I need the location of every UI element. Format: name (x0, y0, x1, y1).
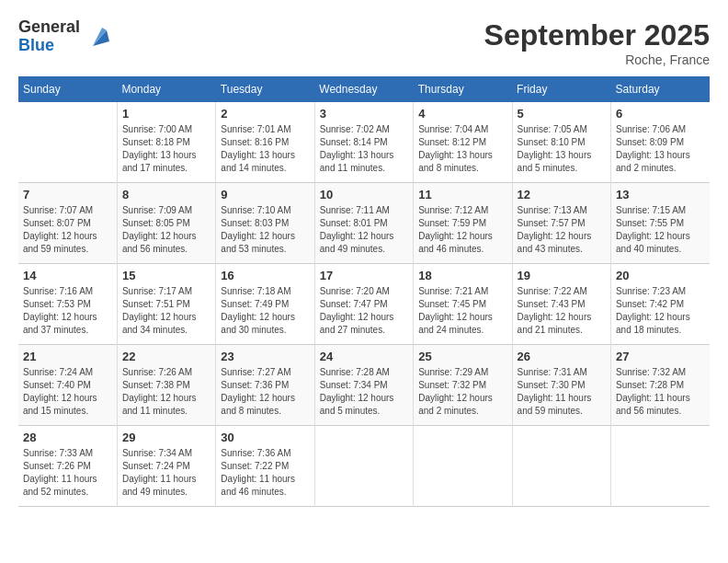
calendar-cell: 17Sunrise: 7:20 AM Sunset: 7:47 PM Dayli… (314, 264, 413, 345)
calendar-cell: 21Sunrise: 7:24 AM Sunset: 7:40 PM Dayli… (18, 345, 117, 426)
calendar-cell: 3Sunrise: 7:02 AM Sunset: 8:14 PM Daylig… (314, 102, 413, 183)
day-number: 9 (221, 188, 309, 201)
day-info: Sunrise: 7:13 AM Sunset: 7:57 PM Dayligh… (518, 204, 606, 256)
calendar-cell: 20Sunrise: 7:23 AM Sunset: 7:42 PM Dayli… (611, 264, 710, 345)
calendar-week-row: 1Sunrise: 7:00 AM Sunset: 8:18 PM Daylig… (18, 102, 710, 183)
calendar-cell: 26Sunrise: 7:31 AM Sunset: 7:30 PM Dayli… (512, 345, 610, 426)
day-info: Sunrise: 7:06 AM Sunset: 8:09 PM Dayligh… (616, 123, 705, 175)
calendar-cell: 14Sunrise: 7:16 AM Sunset: 7:53 PM Dayli… (18, 264, 117, 345)
day-info: Sunrise: 7:01 AM Sunset: 8:16 PM Dayligh… (221, 123, 309, 175)
calendar-week-row: 28Sunrise: 7:33 AM Sunset: 7:26 PM Dayli… (18, 426, 710, 507)
page-header: General Blue September 2025 Roche, Franc… (18, 18, 710, 67)
calendar-cell: 8Sunrise: 7:09 AM Sunset: 8:05 PM Daylig… (117, 183, 215, 264)
day-info: Sunrise: 7:04 AM Sunset: 8:12 PM Dayligh… (418, 123, 506, 175)
location: Roche, France (484, 52, 710, 67)
logo-blue: Blue (18, 37, 80, 55)
calendar-cell: 2Sunrise: 7:01 AM Sunset: 8:16 PM Daylig… (216, 102, 314, 183)
col-header-thursday: Thursday (414, 76, 512, 102)
col-header-friday: Friday (512, 76, 610, 102)
calendar-week-row: 14Sunrise: 7:16 AM Sunset: 7:53 PM Dayli… (18, 264, 710, 345)
day-number: 22 (122, 350, 210, 363)
day-number: 18 (418, 269, 506, 282)
day-info: Sunrise: 7:22 AM Sunset: 7:43 PM Dayligh… (518, 285, 606, 337)
day-number: 7 (23, 188, 112, 201)
calendar-cell: 10Sunrise: 7:11 AM Sunset: 8:01 PM Dayli… (314, 183, 413, 264)
col-header-wednesday: Wednesday (314, 76, 413, 102)
calendar-header-row: SundayMondayTuesdayWednesdayThursdayFrid… (18, 76, 710, 102)
col-header-sunday: Sunday (18, 76, 117, 102)
day-info: Sunrise: 7:27 AM Sunset: 7:36 PM Dayligh… (221, 366, 309, 418)
calendar-cell: 25Sunrise: 7:29 AM Sunset: 7:32 PM Dayli… (414, 345, 512, 426)
day-number: 25 (418, 350, 506, 363)
col-header-tuesday: Tuesday (216, 76, 314, 102)
day-number: 8 (122, 188, 210, 201)
day-info: Sunrise: 7:07 AM Sunset: 8:07 PM Dayligh… (23, 204, 112, 256)
col-header-saturday: Saturday (611, 76, 710, 102)
day-info: Sunrise: 7:15 AM Sunset: 7:55 PM Dayligh… (616, 204, 705, 256)
calendar-cell (18, 102, 117, 183)
day-number: 12 (518, 188, 606, 201)
day-info: Sunrise: 7:11 AM Sunset: 8:01 PM Dayligh… (320, 204, 408, 256)
day-number: 26 (518, 350, 606, 363)
day-info: Sunrise: 7:24 AM Sunset: 7:40 PM Dayligh… (23, 366, 112, 418)
day-number: 19 (518, 269, 606, 282)
calendar-cell: 11Sunrise: 7:12 AM Sunset: 7:59 PM Dayli… (414, 183, 512, 264)
day-number: 11 (418, 188, 506, 201)
day-info: Sunrise: 7:20 AM Sunset: 7:47 PM Dayligh… (320, 285, 408, 337)
day-info: Sunrise: 7:33 AM Sunset: 7:26 PM Dayligh… (23, 447, 112, 499)
day-info: Sunrise: 7:28 AM Sunset: 7:34 PM Dayligh… (320, 366, 408, 418)
calendar-cell (611, 426, 710, 507)
day-number: 5 (518, 107, 606, 121)
day-info: Sunrise: 7:17 AM Sunset: 7:51 PM Dayligh… (122, 285, 210, 337)
calendar-cell: 29Sunrise: 7:34 AM Sunset: 7:24 PM Dayli… (117, 426, 215, 507)
calendar-cell (414, 426, 512, 507)
day-number: 14 (23, 269, 112, 282)
calendar-cell: 9Sunrise: 7:10 AM Sunset: 8:03 PM Daylig… (216, 183, 314, 264)
day-number: 4 (418, 107, 506, 121)
day-info: Sunrise: 7:23 AM Sunset: 7:42 PM Dayligh… (616, 285, 705, 337)
calendar-cell: 6Sunrise: 7:06 AM Sunset: 8:09 PM Daylig… (611, 102, 710, 183)
logo-general: General (18, 18, 80, 37)
day-number: 13 (616, 188, 705, 201)
day-info: Sunrise: 7:18 AM Sunset: 7:49 PM Dayligh… (221, 285, 309, 337)
calendar-cell: 22Sunrise: 7:26 AM Sunset: 7:38 PM Dayli… (117, 345, 215, 426)
calendar-cell: 16Sunrise: 7:18 AM Sunset: 7:49 PM Dayli… (216, 264, 314, 345)
calendar-cell (512, 426, 610, 507)
calendar-cell: 13Sunrise: 7:15 AM Sunset: 7:55 PM Dayli… (611, 183, 710, 264)
day-number: 10 (320, 188, 408, 201)
calendar-cell: 23Sunrise: 7:27 AM Sunset: 7:36 PM Dayli… (216, 345, 314, 426)
calendar-week-row: 21Sunrise: 7:24 AM Sunset: 7:40 PM Dayli… (18, 345, 710, 426)
day-number: 30 (221, 431, 309, 444)
day-info: Sunrise: 7:26 AM Sunset: 7:38 PM Dayligh… (122, 366, 210, 418)
day-number: 16 (221, 269, 309, 282)
day-info: Sunrise: 7:16 AM Sunset: 7:53 PM Dayligh… (23, 285, 112, 337)
calendar-cell: 28Sunrise: 7:33 AM Sunset: 7:26 PM Dayli… (18, 426, 117, 507)
logo: General Blue (18, 18, 111, 55)
calendar-cell: 4Sunrise: 7:04 AM Sunset: 8:12 PM Daylig… (414, 102, 512, 183)
day-number: 6 (616, 107, 705, 121)
day-number: 17 (320, 269, 408, 282)
calendar-cell: 7Sunrise: 7:07 AM Sunset: 8:07 PM Daylig… (18, 183, 117, 264)
day-number: 21 (23, 350, 112, 363)
day-info: Sunrise: 7:10 AM Sunset: 8:03 PM Dayligh… (221, 204, 309, 256)
month-title: September 2025 (484, 18, 710, 52)
day-number: 1 (122, 107, 210, 121)
day-number: 27 (616, 350, 705, 363)
title-block: September 2025 Roche, France (484, 18, 710, 67)
calendar-cell: 15Sunrise: 7:17 AM Sunset: 7:51 PM Dayli… (117, 264, 215, 345)
col-header-monday: Monday (117, 76, 215, 102)
calendar-cell: 5Sunrise: 7:05 AM Sunset: 8:10 PM Daylig… (512, 102, 610, 183)
day-number: 28 (23, 431, 112, 444)
day-info: Sunrise: 7:31 AM Sunset: 7:30 PM Dayligh… (518, 366, 606, 418)
calendar-table: SundayMondayTuesdayWednesdayThursdayFrid… (18, 76, 710, 507)
calendar-cell: 1Sunrise: 7:00 AM Sunset: 8:18 PM Daylig… (117, 102, 215, 183)
calendar-week-row: 7Sunrise: 7:07 AM Sunset: 8:07 PM Daylig… (18, 183, 710, 264)
day-info: Sunrise: 7:36 AM Sunset: 7:22 PM Dayligh… (221, 447, 309, 499)
day-info: Sunrise: 7:12 AM Sunset: 7:59 PM Dayligh… (418, 204, 506, 256)
calendar-cell: 24Sunrise: 7:28 AM Sunset: 7:34 PM Dayli… (314, 345, 413, 426)
day-info: Sunrise: 7:02 AM Sunset: 8:14 PM Dayligh… (320, 123, 408, 175)
day-info: Sunrise: 7:21 AM Sunset: 7:45 PM Dayligh… (418, 285, 506, 337)
day-info: Sunrise: 7:00 AM Sunset: 8:18 PM Dayligh… (122, 123, 210, 175)
day-number: 3 (320, 107, 408, 121)
calendar-cell: 18Sunrise: 7:21 AM Sunset: 7:45 PM Dayli… (414, 264, 512, 345)
